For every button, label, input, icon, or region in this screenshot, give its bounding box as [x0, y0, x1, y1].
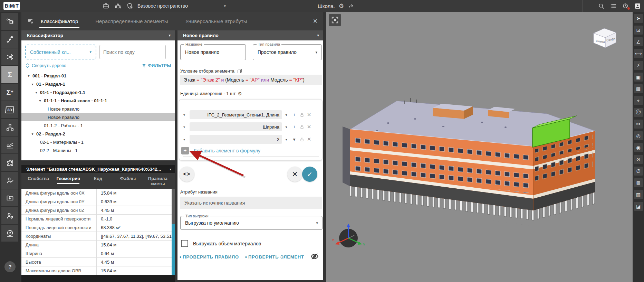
- element-tab-0[interactable]: Свойства: [23, 176, 53, 189]
- materials-checkbox[interactable]: Выгружать объем материалов: [181, 240, 261, 247]
- lock-icon[interactable]: [298, 124, 306, 130]
- viewport-tool-focus-target[interactable]: ⌖: [634, 96, 643, 105]
- sidebar-tool-model-structure[interactable]: [1, 13, 18, 30]
- element-table-scrollbar[interactable]: [172, 189, 175, 275]
- tree-caret-icon[interactable]: ▾: [31, 82, 34, 86]
- tree-caret-icon[interactable]: ▾: [35, 91, 38, 94]
- lock-icon[interactable]: [298, 112, 306, 118]
- viewport-tool-section-cut[interactable]: ✂: [634, 120, 643, 129]
- workspace-tab-2[interactable]: Универсальные атрибуты: [184, 12, 249, 30]
- viewport-tool-isolate[interactable]: ⊠: [634, 178, 643, 187]
- add-formula-element-link[interactable]: Добавить элемент в формулу: [193, 148, 260, 153]
- rule-name-field[interactable]: Название Новое правило: [180, 44, 246, 60]
- collapse-tree-button[interactable]: Свернуть дерево: [26, 63, 66, 68]
- tree-item-5[interactable]: Новое правило: [21, 113, 175, 121]
- viewport-tool-measure-length[interactable]: ⟷: [634, 49, 643, 58]
- workspace-tab-1[interactable]: Нераспределённые элементы: [94, 12, 169, 30]
- search-icon[interactable]: [598, 2, 605, 10]
- workspace-selector[interactable]: Базовое пространство ▾: [137, 0, 226, 12]
- rule-type-select[interactable]: Тип правила Простое правило ▾: [253, 44, 322, 60]
- sidebar-tool-takeoff-add[interactable]: Σ+: [1, 84, 18, 101]
- formula-field-0[interactable]: IFC_2_Геометрия_Стены/1. Длина: [190, 110, 282, 119]
- tree-item-4[interactable]: Новое правило: [21, 105, 175, 113]
- name-source-field[interactable]: Указать источник названия: [180, 197, 322, 209]
- code-view-button[interactable]: <>: [179, 167, 194, 182]
- sidebar-tool-plugins[interactable]: [1, 154, 18, 171]
- viewport-tool-grid-table[interactable]: ▦: [634, 84, 643, 93]
- check-element-button[interactable]: ПРОВЕРИТЬ ЭЛЕМЕНТ: [245, 254, 304, 260]
- view-cube[interactable]: Слева Сзади: [594, 28, 616, 48]
- element-header[interactable]: Элемент "Базовая стена:ADSK_Наружная_Кир…: [21, 165, 175, 173]
- list-icon[interactable]: [610, 2, 617, 10]
- help-button[interactable]: ?: [4, 261, 16, 272]
- workspace-tab-0[interactable]: Классификатор: [39, 12, 79, 30]
- axis-gizmo[interactable]: x Y: [332, 224, 365, 247]
- confirm-button[interactable]: ✓: [302, 167, 317, 182]
- remove-row-icon[interactable]: ✕: [306, 124, 313, 130]
- briefcase-icon[interactable]: [102, 2, 109, 10]
- checkbox-box[interactable]: [181, 240, 188, 247]
- operator-plus-button[interactable]: +: [290, 112, 298, 118]
- add-formula-element-button[interactable]: +: [181, 147, 189, 154]
- code-search-input[interactable]: [99, 45, 166, 59]
- notifications-icon[interactable]: [622, 2, 629, 10]
- unit-settings-gear-icon[interactable]: ⚙: [238, 91, 242, 96]
- viewport-tool-visibility-sphere[interactable]: ◉: [634, 143, 643, 152]
- viewport-3d[interactable]: Слева Сзади x Y: [326, 12, 633, 282]
- row-expander-icon[interactable]: ▾: [183, 113, 188, 117]
- field-dropdown-icon[interactable]: ▾: [282, 125, 290, 129]
- collapse-panel-icon[interactable]: [27, 18, 34, 25]
- sidebar-tool-org-chart[interactable]: [1, 119, 18, 136]
- sidebar-tool-user-location[interactable]: [1, 207, 18, 224]
- element-tab-3[interactable]: Файлы: [113, 176, 143, 189]
- classifier-type-dropdown[interactable]: Собственный кл... ▾: [25, 45, 96, 59]
- share-icon[interactable]: [348, 3, 354, 9]
- app-logo[interactable]: BiMiT: [3, 2, 20, 10]
- element-tab-1[interactable]: Геометрия: [53, 176, 83, 189]
- tree-item-6[interactable]: 01-1-2 - Работы - 1: [21, 121, 175, 130]
- cancel-button[interactable]: ✕: [287, 167, 302, 182]
- viewport-tool-frame-select[interactable]: ⊡: [634, 26, 643, 35]
- field-dropdown-icon[interactable]: ▾: [282, 113, 290, 117]
- tree-caret-icon[interactable]: ▾: [27, 74, 30, 78]
- eye-off-icon[interactable]: [310, 252, 319, 262]
- sidebar-tool-export-folder[interactable]: [1, 189, 18, 206]
- viewport-tool-plan-mode[interactable]: Ⓟ: [634, 108, 643, 117]
- viewport-tool-select-cursor[interactable]: ➤: [634, 14, 643, 23]
- viewport-tool-hide-similar[interactable]: ∅: [634, 167, 643, 176]
- viewport-tool-measure-angle[interactable]: ∠: [634, 37, 643, 46]
- sidebar-tool-relations[interactable]: [1, 31, 18, 48]
- shield-clock-icon[interactable]: [126, 2, 134, 10]
- remove-row-icon[interactable]: ✕: [306, 112, 313, 118]
- settings-gear-icon[interactable]: ⚙: [339, 3, 344, 9]
- tree-caret-icon[interactable]: ▾: [38, 99, 42, 103]
- sidebar-tool-dashboard-gauge[interactable]: [1, 225, 18, 242]
- sidebar-tool-match[interactable]: [1, 48, 18, 65]
- tree-item-8[interactable]: 02-1 - Материалы - 1: [21, 138, 175, 146]
- element-tab-2[interactable]: Код: [83, 176, 113, 189]
- account-icon[interactable]: [634, 2, 641, 10]
- condition-expression[interactable]: Этаж = "Этаж 2" и (Модель = "АР" или Мод…: [180, 75, 322, 85]
- classifier-section-header[interactable]: Классификатор ▾: [21, 30, 175, 40]
- element-tab-4[interactable]: Правила сметы: [143, 176, 173, 189]
- field-dropdown-icon[interactable]: ▾: [282, 138, 290, 141]
- viewport-tool-hide-element[interactable]: ⊘: [634, 155, 643, 164]
- tree-caret-icon[interactable]: ▾: [31, 132, 34, 136]
- tree-item-0[interactable]: ▾001 - Раздел-01: [21, 72, 175, 80]
- rule-section-header[interactable]: Новое правило ▾: [177, 30, 323, 40]
- viewport-tool-clash-check[interactable]: ⚡: [634, 61, 643, 70]
- copy-icon[interactable]: [237, 68, 242, 74]
- row-expander-icon[interactable]: ▾: [183, 138, 188, 141]
- model-canvas[interactable]: Слева Сзади x Y: [326, 12, 633, 282]
- region-select-button[interactable]: [329, 14, 341, 26]
- check-rule-button[interactable]: ПРОВЕРИТЬ ПРАВИЛО: [180, 254, 239, 260]
- formula-field-2[interactable]: 2: [190, 135, 282, 144]
- viewport-tool-model-shading[interactable]: ▧: [634, 190, 643, 199]
- viewport-tool-section-plane[interactable]: ◪: [634, 202, 643, 211]
- tree-item-2[interactable]: ▾01-1 - Подраздел-1.1: [21, 88, 175, 96]
- scrollbar-thumb[interactable]: [172, 224, 175, 275]
- export-type-select[interactable]: Тип выгрузки Выгрузка по умолчанию ▾: [180, 216, 323, 230]
- tree-item-9[interactable]: 02-2 - Машины - 1: [21, 146, 175, 154]
- sidebar-tool-takeoff-sigma[interactable]: Σ: [1, 66, 18, 83]
- viewport-tool-point-marker[interactable]: ◎: [634, 131, 643, 140]
